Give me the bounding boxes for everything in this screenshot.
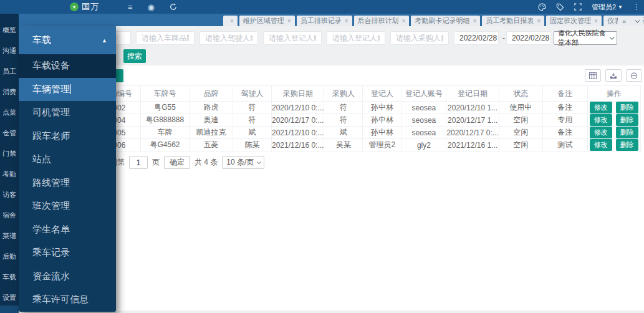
user-menu[interactable]: 管理员2 ▼ [592, 2, 623, 12]
edit-button[interactable]: 修改 [590, 127, 612, 138]
flyout-item-车载设备[interactable]: 车载设备 [19, 54, 116, 78]
tab-close-icon[interactable]: × [537, 17, 541, 24]
delete-button[interactable]: 删除 [616, 114, 638, 126]
flyout-item-班次管理[interactable]: 班次管理 [19, 195, 116, 218]
edit-button[interactable]: 修改 [590, 102, 612, 113]
sidebar-item-消费[interactable]: 消费 [0, 82, 19, 102]
table-cell: 孙中林 [363, 114, 401, 127]
table-cell: 2020/12/17 1... [446, 114, 499, 127]
page-size-select[interactable]: 10 条/页 [222, 156, 264, 169]
table-cell: 空闲 [499, 127, 542, 139]
sidebar-item-后勤[interactable]: 后勤 [0, 246, 19, 267]
fullscreen-icon[interactable] [574, 3, 582, 11]
page-number-input[interactable] [129, 156, 148, 169]
table-cell: 备注 [542, 127, 587, 139]
table-cell: 斌 [233, 127, 272, 139]
refresh-icon[interactable] [170, 3, 177, 11]
sidebar-item-员工[interactable]: 员工 [0, 61, 19, 82]
flyout-item-资金流水[interactable]: 资金流水 [19, 265, 116, 289]
flyout-item-司机管理[interactable]: 司机管理 [19, 101, 116, 125]
flyout-title: 车载 [32, 34, 51, 46]
tag-icon[interactable] [556, 3, 564, 11]
flyout-item-跟车老师[interactable]: 跟车老师 [19, 125, 116, 148]
flyout-item-路线管理[interactable]: 路线管理 [19, 171, 116, 195]
flyout-header-vehicle[interactable]: 车载 ▲ [19, 26, 116, 54]
tab-close-icon[interactable]: × [594, 17, 598, 24]
tab-item[interactable]: × [223, 16, 238, 26]
chevron-down-icon [257, 160, 261, 164]
delete-button[interactable]: 删除 [616, 139, 638, 151]
flyout-item-车辆管理[interactable]: 车辆管理 [19, 78, 116, 102]
filter-input-4[interactable] [390, 31, 449, 45]
print-button[interactable] [626, 69, 642, 82]
table-cell: seosea [401, 114, 446, 127]
tab-item[interactable]: 维护区域管理× [239, 16, 295, 26]
date-to-field[interactable]: 2022/02/28 [506, 31, 551, 45]
date-from-field[interactable]: 2022/02/28 [454, 31, 499, 45]
export-icon [610, 72, 617, 79]
table-row: 0004粤G888888奥迪符2020/12/17 0:...符孙中林seose… [94, 114, 641, 127]
tab-close-icon[interactable]: × [473, 17, 476, 24]
columns-toggle-button[interactable] [585, 69, 601, 82]
flyout-item-乘车许可信息[interactable]: 乘车许可信息 [19, 288, 116, 312]
confirm-page-button[interactable]: 确定 [164, 156, 190, 169]
edit-button[interactable]: 修改 [590, 139, 612, 151]
tab-close-icon[interactable]: × [287, 17, 291, 24]
delete-button[interactable]: 删除 [616, 102, 638, 113]
table-cell: 2021/12/16 1... [446, 139, 499, 152]
tab-menu-button[interactable] [630, 16, 643, 26]
sidebar-item-访客[interactable]: 访客 [0, 185, 19, 205]
tab-item[interactable]: 员工考勤日报表× [482, 16, 544, 26]
menu-fold-icon[interactable]: ≡ [128, 3, 133, 11]
caret-down-icon: ▼ [618, 4, 623, 10]
tab-item[interactable]: 考勤刷卡记录明细× [411, 16, 480, 26]
theme-palette-icon[interactable] [538, 3, 546, 11]
topbar: ▾ 国万 ≡ ◉ 管理员2 ▼ ⋮ [0, 0, 644, 14]
sidebar-collapse-handle[interactable] [0, 306, 19, 313]
tab-close-icon[interactable]: × [345, 17, 348, 24]
column-header-驾驶人: 驾驶人 [233, 86, 272, 102]
filter-input-3[interactable] [327, 31, 385, 45]
sidebar-item-车载[interactable]: 车载 [0, 267, 19, 287]
org-select[interactable]: 遵化人民医院食堂本部 [554, 31, 617, 45]
dot-circle-icon[interactable]: ◉ [148, 3, 155, 11]
sidebar-item-菜谱[interactable]: 菜谱 [0, 226, 19, 246]
tab-close-icon[interactable]: × [402, 17, 406, 24]
tab-item[interactable]: 固定班次管理× [546, 16, 602, 26]
tab-strip: ×维护区域管理×员工排班记录×后台排班计划×考勤刷卡记录明细×员工考勤日报表×固… [19, 14, 644, 26]
sidebar-item-考勤[interactable]: 考勤 [0, 164, 19, 185]
sidebar-item-门禁[interactable]: 门禁 [0, 143, 19, 164]
export-button[interactable] [605, 69, 622, 82]
search-button[interactable]: 搜索 [123, 49, 146, 63]
table-cell: 孙中林 [363, 127, 401, 139]
sidebar-item-沟通[interactable]: 沟通 [0, 41, 19, 61]
table-cell: 奥迪 [190, 114, 233, 127]
sidebar-item-宿舍[interactable]: 宿舍 [0, 205, 19, 226]
edit-button[interactable]: 修改 [590, 114, 612, 126]
filter-input-0[interactable] [136, 31, 195, 45]
tab-overflow-button[interactable]: » [618, 16, 630, 26]
table-cell: 测试 [542, 139, 587, 152]
flyout-item-站点[interactable]: 站点 [19, 148, 116, 171]
filter-input-1[interactable] [199, 31, 258, 45]
table-cell: 符 [233, 102, 272, 114]
brand: ▾ 国万 [70, 0, 99, 14]
table-row: 0006粤G4562五菱陈某2021/12/16 0:...吴某管理员2gly2… [94, 139, 641, 152]
brand-logo-icon: ▾ [70, 2, 79, 11]
sidebar-item-概览[interactable]: 概览 [0, 20, 19, 41]
tab-item[interactable]: 后台排班计划× [354, 16, 410, 26]
delete-button[interactable]: 删除 [616, 127, 638, 138]
column-header-备注: 备注 [542, 86, 587, 102]
flyout-item-label: 学生名单 [32, 224, 70, 236]
tab-item[interactable]: 员工排班记录× [297, 16, 352, 26]
column-header-操作: 操作 [587, 86, 640, 102]
sidebar-item-仓管[interactable]: 仓管 [0, 123, 19, 143]
kebab-menu-icon[interactable]: ⋮ [633, 2, 640, 11]
column-header-登记人账号: 登记人账号 [401, 86, 446, 102]
filter-input-2[interactable] [263, 31, 322, 45]
sidebar-item-点菜[interactable]: 点菜 [0, 102, 19, 123]
flyout-item-乘车记录[interactable]: 乘车记录 [19, 241, 116, 265]
flyout-item-学生名单[interactable]: 学生名单 [19, 218, 116, 242]
actions-cell: 修改删除 [587, 139, 640, 152]
tab-close-icon[interactable]: × [230, 17, 234, 24]
